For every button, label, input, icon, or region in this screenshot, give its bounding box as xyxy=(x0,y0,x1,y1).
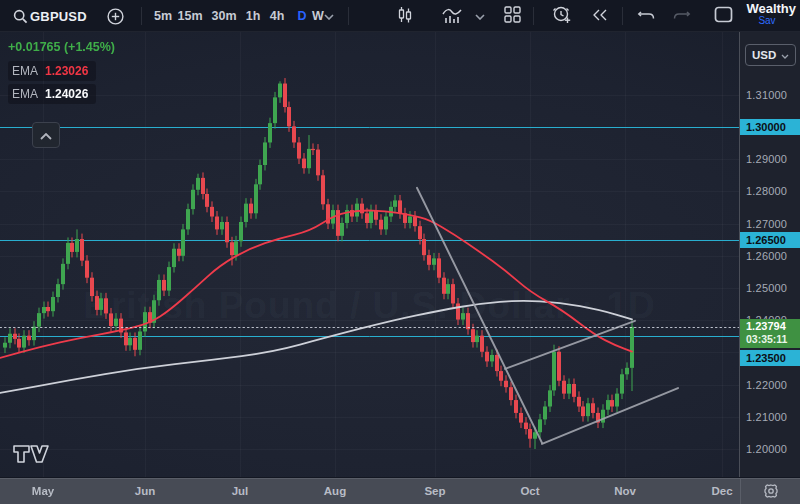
alert-button[interactable] xyxy=(546,0,578,32)
month-label-sep: Sep xyxy=(420,485,450,497)
top-toolbar: GBPUSD 5m15m30m1h4hDW xyxy=(0,0,800,32)
toolbar-separator xyxy=(348,7,349,25)
redo-arrow-icon xyxy=(673,8,691,24)
chart-settings-cell[interactable] xyxy=(740,479,800,504)
toolbar-separator xyxy=(533,7,534,25)
layout-grid-button[interactable] xyxy=(497,0,527,32)
month-label-may: May xyxy=(28,485,58,497)
price-axis[interactable]: USD 1.310001.290001.280001.270001.260001… xyxy=(739,32,800,477)
ema-value: 1.23026 xyxy=(45,64,88,78)
indicators-button[interactable] xyxy=(437,0,467,32)
ema-label: EMA xyxy=(12,64,38,78)
timeframe-button-4h[interactable]: 4h xyxy=(264,0,290,32)
bar-replay-button[interactable] xyxy=(585,0,615,32)
candlestick-chart-icon xyxy=(396,6,414,27)
square-outline-icon xyxy=(714,6,733,26)
month-label-jun: Jun xyxy=(130,485,160,497)
toolbar-separator xyxy=(141,7,142,25)
price-tick: 1.31000 xyxy=(746,89,787,101)
price-tick: 1.26000 xyxy=(746,250,787,262)
price-tick: 1.22000 xyxy=(746,379,787,391)
month-label-nov: Nov xyxy=(610,485,640,497)
toolbar-separator xyxy=(622,7,623,25)
price-change-label: +0.01765 (+1.45%) xyxy=(8,40,115,54)
bar-countdown: 03:35:11 xyxy=(746,333,800,346)
gear-icon xyxy=(763,483,779,501)
brand-name: Wealthy xyxy=(746,3,796,15)
month-label-aug: Aug xyxy=(320,485,350,497)
timeframe-button-30m[interactable]: 30m xyxy=(211,0,237,32)
plus-circle-icon xyxy=(107,8,124,25)
timeframe-button-1h[interactable]: 1h xyxy=(240,0,266,32)
price-tick: 1.29000 xyxy=(746,153,787,165)
currency-selector[interactable]: USD xyxy=(745,44,796,66)
tradingview-logo[interactable] xyxy=(12,442,50,470)
chevron-up-icon xyxy=(40,126,52,144)
price-level-badge: 1.26500 xyxy=(740,232,800,248)
symbol-name[interactable]: GBPUSD xyxy=(30,0,92,32)
month-label-jul: Jul xyxy=(225,485,255,497)
price-level-badge: 1.23500 xyxy=(740,350,800,366)
currency-label: USD xyxy=(752,49,776,61)
chevron-down-icon xyxy=(475,9,485,23)
current-price-badge: 1.2379403:35:11 xyxy=(740,319,800,348)
timeframe-button-15m[interactable]: 15m xyxy=(177,0,203,32)
month-label-oct: Oct xyxy=(515,485,545,497)
redo-button[interactable] xyxy=(668,0,696,32)
month-label-dec: Dec xyxy=(707,485,737,497)
indicators-menu-button[interactable] xyxy=(470,0,490,32)
indicators-icon xyxy=(442,6,462,27)
timeframe-menu-button[interactable] xyxy=(318,0,340,32)
search-icon xyxy=(13,9,28,24)
rewind-icon xyxy=(591,8,609,25)
ema-value: 1.24026 xyxy=(45,87,88,101)
timeframe-button-5m[interactable]: 5m xyxy=(150,0,176,32)
chevron-down-icon xyxy=(324,9,334,23)
trading-app-window: GBPUSD 5m15m30m1h4hDW xyxy=(0,0,800,504)
price-tick: 1.21000 xyxy=(746,411,787,423)
current-price-value: 1.23794 xyxy=(746,320,800,333)
price-tick: 1.27000 xyxy=(746,218,787,230)
undo-button[interactable] xyxy=(632,0,660,32)
brand-badge: Wealthy Sav xyxy=(746,3,796,27)
price-level-badge: 1.30000 xyxy=(740,119,800,135)
chart-pane: British Pound / U.S. Dollar · 1D +0.0176… xyxy=(0,32,739,477)
alarm-clock-plus-icon xyxy=(552,5,572,27)
brand-subtext: Sav xyxy=(746,15,796,27)
ema-label: EMA xyxy=(12,87,38,101)
grid-layout-icon xyxy=(504,6,521,26)
time-axis[interactable]: MayJunJulAugSepOctNovDec xyxy=(0,478,800,504)
price-tick: 1.25000 xyxy=(746,282,787,294)
compare-add-button[interactable] xyxy=(102,0,128,32)
fullscreen-button[interactable] xyxy=(708,0,738,32)
ema-legend-row[interactable]: EMA 1.24026 xyxy=(8,84,96,104)
chart-style-button[interactable] xyxy=(390,0,420,32)
price-tick: 1.28000 xyxy=(746,185,787,197)
chart-legend: +0.01765 (+1.45%) EMA 1.23026 EMA 1.2402… xyxy=(8,40,115,107)
chevron-down-icon xyxy=(781,49,789,61)
symbol-search-button[interactable] xyxy=(8,0,32,32)
price-tick: 1.20000 xyxy=(746,443,787,455)
undo-arrow-icon xyxy=(637,8,655,24)
collapse-legend-button[interactable] xyxy=(32,122,60,148)
ema-legend-row[interactable]: EMA 1.23026 xyxy=(8,61,96,81)
